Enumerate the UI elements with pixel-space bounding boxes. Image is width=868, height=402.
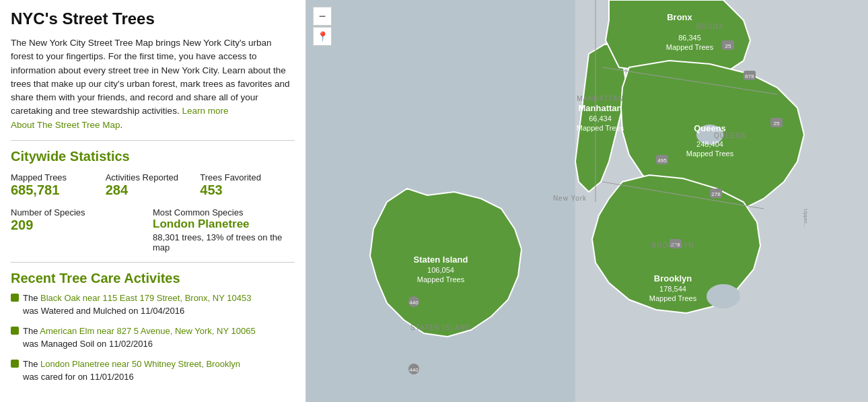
brooklyn-trees-label: 178,544 [659,285,686,293]
water-detail-2 [707,284,740,308]
activity-tree-link-2[interactable]: American Elm near 827 5 Avenue, New York… [40,326,255,336]
queens-code-label: QUEENS [714,132,746,139]
svg-text:278: 278 [711,191,721,197]
location-button[interactable]: 📍 [313,27,332,46]
activities-stat: Activities Reported 284 [106,172,201,198]
staten-island-code-label: STATEN ISLAND [410,324,471,331]
bronx-mapped-label: Mapped Trees [666,43,714,51]
svg-text:25: 25 [774,121,780,127]
brooklyn-name-label: Brooklyn [654,273,692,283]
activity-tree-link-1[interactable]: Black Oak near 115 East 179 Street, Bron… [40,293,251,303]
manhattan-mapped-label: Mapped Trees [577,124,624,132]
stats-grid-bottom: Number of Species 209 Most Common Specie… [11,207,295,253]
map-area[interactable]: − 📍 25 678 25 278 2 [306,0,868,402]
divider-1 [11,140,295,141]
svg-text:440: 440 [409,367,419,373]
num-species-label: Number of Species [11,207,153,217]
svg-text:678: 678 [745,73,754,79]
mapped-trees-stat: Mapped Trees 685,781 [11,172,106,198]
activity-text-3: The London Planetree near 50 Whitney Str… [23,358,240,384]
zoom-out-button[interactable]: − [313,7,332,26]
activity-text-2: The American Elm near 827 5 Avenue, New … [23,325,256,351]
brooklyn-code-label: BROOKLYN [652,242,694,249]
common-species-label: Most Common Species [153,207,295,217]
left-panel: NYC's Street Trees The New York City Str… [0,0,306,402]
staten-island-name-label: Staten Island [414,255,468,265]
activity-dot-2 [11,327,19,335]
favorited-value: 453 [200,182,295,198]
page-title: NYC's Street Trees [11,9,295,28]
bronx-code-label: BRONX [696,23,724,30]
bronx-trees-label: 86,345 [678,34,701,42]
activity-item-3: The London Planetree near 50 Whitney Str… [11,358,295,384]
intro-paragraph: The New York City Street Tree Map brings… [11,36,295,132]
favorited-stat: Trees Favorited 453 [200,172,295,198]
staten-island-mapped-label: Mapped Trees [417,275,465,283]
common-species-stat: Most Common Species London Planetree 88,… [153,207,295,253]
divider-2 [11,262,295,263]
manhattan-name-label: Manhattan [579,103,622,113]
activity-item-2: The American Elm near 827 5 Avenue, New … [11,325,295,351]
activity-dot-3 [11,360,19,368]
svg-text:440: 440 [409,300,419,306]
mapped-trees-label: Mapped Trees [11,172,106,182]
queens-mapped-label: Mapped Trees [686,149,734,158]
activity-dot-1 [11,294,19,302]
staten-island-trees-label: 106,054 [427,266,454,274]
mapped-trees-value: 685,781 [11,182,106,198]
favorited-label: Trees Favorited [200,172,295,182]
activity-tree-link-3[interactable]: London Planetree near 50 Whitney Street,… [40,359,240,369]
num-species-stat: Number of Species 209 [11,207,153,253]
activity-item-1: The Black Oak near 115 East 179 Street, … [11,292,295,318]
activity-text-1: The Black Oak near 115 East 179 Street, … [23,292,251,318]
new-york-label: New York [553,195,587,202]
map-controls: − 📍 [313,7,332,46]
citywide-stats-title: Citywide Statistics [11,149,295,164]
num-species-value: 209 [11,217,153,233]
intro-text-body: The New York City Street Tree Map brings… [11,38,290,116]
about-link[interactable]: About The Street Tree Map [11,120,120,130]
common-species-desc: 88,301 trees, 13% of trees on the map [153,232,295,253]
learn-more-link[interactable]: Learn more [182,106,228,116]
common-species-name: London Planetree [153,217,295,231]
svg-text:25: 25 [725,43,731,49]
queens-trees-label: 248,404 [696,140,723,148]
bronx-name-label: Bronx [667,12,692,22]
manhattan-code-label: MANHATTAN [577,95,624,102]
brooklyn-mapped-label: Mapped Trees [649,294,697,302]
activities-label: Activities Reported [106,172,201,182]
manhattan-trees-label: 66,434 [589,114,612,123]
stats-grid-top: Mapped Trees 685,781 Activities Reported… [11,172,295,198]
svg-text:495: 495 [657,158,667,164]
recent-activities-title: Recent Tree Care Activites [11,271,295,286]
nyc-map-svg: 25 678 25 278 278 495 Belt Pkwy Upper...… [306,0,868,402]
activities-value: 284 [106,182,201,198]
svg-text:Upper...: Upper... [803,209,809,228]
